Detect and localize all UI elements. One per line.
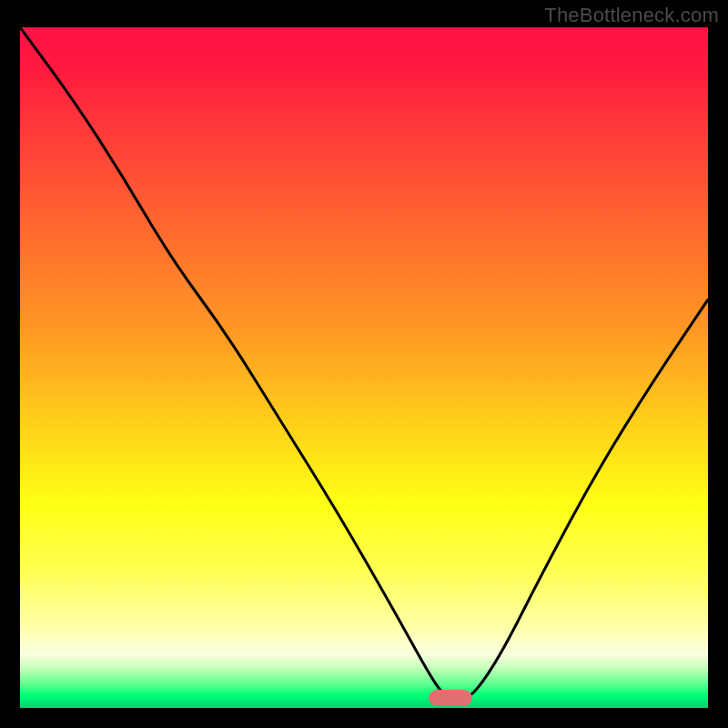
watermark-label: TheBottleneck.com	[544, 4, 719, 27]
bottleneck-curve	[20, 27, 708, 699]
curve-svg	[20, 27, 708, 708]
plot-area	[20, 27, 708, 708]
chart-frame: TheBottleneck.com	[0, 0, 728, 728]
optimum-marker	[429, 690, 472, 706]
